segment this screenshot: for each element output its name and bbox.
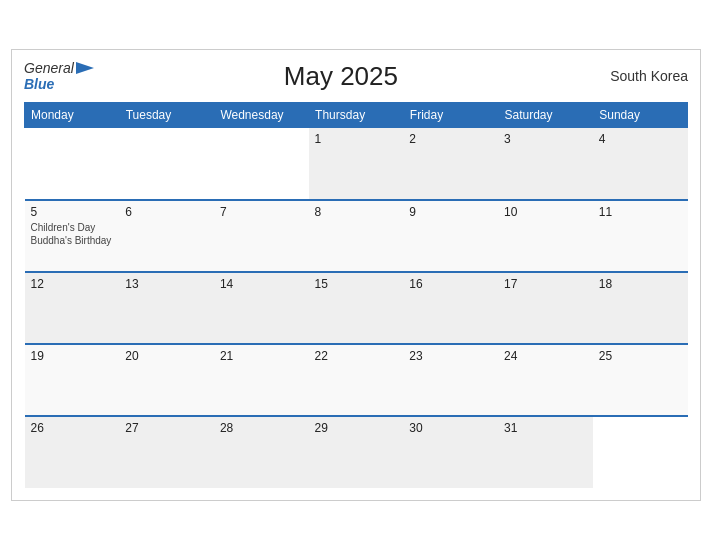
day-number: 17 bbox=[504, 277, 587, 291]
calendar-cell: 27 bbox=[119, 416, 214, 488]
calendar-row: 19202122232425 bbox=[25, 344, 688, 416]
calendar-cell: 26 bbox=[25, 416, 120, 488]
day-number: 18 bbox=[599, 277, 682, 291]
calendar-cell: 21 bbox=[214, 344, 309, 416]
logo-general-text: General bbox=[24, 60, 74, 76]
calendar-cell: 9 bbox=[403, 200, 498, 272]
logo: General Blue bbox=[24, 60, 94, 92]
calendar-cell: 10 bbox=[498, 200, 593, 272]
calendar-cell: 13 bbox=[119, 272, 214, 344]
calendar-cell: 15 bbox=[309, 272, 404, 344]
day-number: 6 bbox=[125, 205, 208, 219]
day-number: 23 bbox=[409, 349, 492, 363]
calendar-cell: 3 bbox=[498, 128, 593, 200]
day-number: 21 bbox=[220, 349, 303, 363]
day-number: 29 bbox=[315, 421, 398, 435]
calendar-cell: 4 bbox=[593, 128, 688, 200]
calendar-cell: 6 bbox=[119, 200, 214, 272]
col-monday: Monday bbox=[25, 103, 120, 128]
calendar-cell: 1 bbox=[309, 128, 404, 200]
day-number: 19 bbox=[31, 349, 114, 363]
logo-blue-text: Blue bbox=[24, 76, 54, 92]
day-number: 22 bbox=[315, 349, 398, 363]
col-sunday: Sunday bbox=[593, 103, 688, 128]
calendar-cell: 2 bbox=[403, 128, 498, 200]
calendar-cell bbox=[25, 128, 120, 200]
calendar-cell: 18 bbox=[593, 272, 688, 344]
logo-flag-icon bbox=[76, 62, 94, 74]
day-number: 3 bbox=[504, 132, 587, 146]
day-number: 28 bbox=[220, 421, 303, 435]
event-label: Children's Day bbox=[31, 221, 114, 234]
calendar-cell: 17 bbox=[498, 272, 593, 344]
day-number: 8 bbox=[315, 205, 398, 219]
calendar-cell: 23 bbox=[403, 344, 498, 416]
day-number: 30 bbox=[409, 421, 492, 435]
calendar-cell: 29 bbox=[309, 416, 404, 488]
day-number: 31 bbox=[504, 421, 587, 435]
calendar-cell: 28 bbox=[214, 416, 309, 488]
calendar-cell: 11 bbox=[593, 200, 688, 272]
calendar-table: Monday Tuesday Wednesday Thursday Friday… bbox=[24, 102, 688, 488]
col-tuesday: Tuesday bbox=[119, 103, 214, 128]
day-number: 4 bbox=[599, 132, 682, 146]
calendar-cell: 16 bbox=[403, 272, 498, 344]
day-number: 13 bbox=[125, 277, 208, 291]
calendar-cell bbox=[593, 416, 688, 488]
day-number: 1 bbox=[315, 132, 398, 146]
calendar-cell: 31 bbox=[498, 416, 593, 488]
day-number: 27 bbox=[125, 421, 208, 435]
day-number: 5 bbox=[31, 205, 114, 219]
calendar-cell: 22 bbox=[309, 344, 404, 416]
calendar-title: May 2025 bbox=[94, 61, 588, 92]
calendar-cell: 24 bbox=[498, 344, 593, 416]
day-number: 24 bbox=[504, 349, 587, 363]
calendar-cell: 7 bbox=[214, 200, 309, 272]
day-number: 14 bbox=[220, 277, 303, 291]
event-label: Buddha's Birthday bbox=[31, 234, 114, 247]
day-number: 26 bbox=[31, 421, 114, 435]
day-number: 20 bbox=[125, 349, 208, 363]
calendar-row: 12131415161718 bbox=[25, 272, 688, 344]
calendar-cell: 25 bbox=[593, 344, 688, 416]
calendar-country: South Korea bbox=[588, 68, 688, 84]
col-friday: Friday bbox=[403, 103, 498, 128]
calendar-cell: 8 bbox=[309, 200, 404, 272]
calendar-cell: 19 bbox=[25, 344, 120, 416]
calendar-container: General Blue May 2025 South Korea Monday… bbox=[11, 49, 701, 501]
day-number: 9 bbox=[409, 205, 492, 219]
calendar-cell: 30 bbox=[403, 416, 498, 488]
col-thursday: Thursday bbox=[309, 103, 404, 128]
calendar-cell: 5Children's DayBuddha's Birthday bbox=[25, 200, 120, 272]
calendar-row: 262728293031 bbox=[25, 416, 688, 488]
calendar-header: General Blue May 2025 South Korea bbox=[24, 60, 688, 92]
day-number: 15 bbox=[315, 277, 398, 291]
day-number: 10 bbox=[504, 205, 587, 219]
calendar-cell: 20 bbox=[119, 344, 214, 416]
day-number: 11 bbox=[599, 205, 682, 219]
calendar-row: 5Children's DayBuddha's Birthday67891011 bbox=[25, 200, 688, 272]
calendar-cell: 12 bbox=[25, 272, 120, 344]
calendar-cell bbox=[214, 128, 309, 200]
svg-marker-0 bbox=[76, 62, 94, 74]
day-number: 25 bbox=[599, 349, 682, 363]
day-number: 2 bbox=[409, 132, 492, 146]
day-number: 12 bbox=[31, 277, 114, 291]
calendar-row: 1234 bbox=[25, 128, 688, 200]
col-wednesday: Wednesday bbox=[214, 103, 309, 128]
col-saturday: Saturday bbox=[498, 103, 593, 128]
calendar-cell bbox=[119, 128, 214, 200]
day-number: 16 bbox=[409, 277, 492, 291]
calendar-header-row: Monday Tuesday Wednesday Thursday Friday… bbox=[25, 103, 688, 128]
calendar-cell: 14 bbox=[214, 272, 309, 344]
day-number: 7 bbox=[220, 205, 303, 219]
